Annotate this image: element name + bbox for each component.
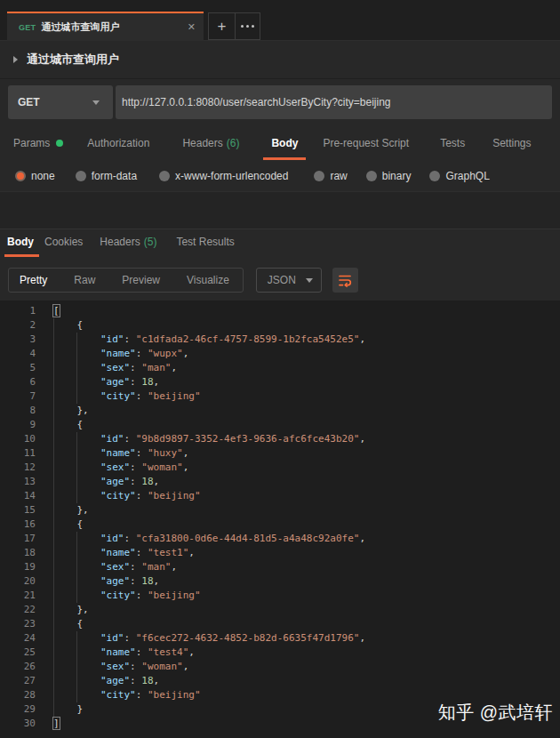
view-mode-raw[interactable]: Raw — [60, 269, 108, 292]
line-number: 9 — [0, 418, 36, 432]
code-line: 20 "age": 18, — [0, 574, 560, 589]
line-number: 15 — [0, 503, 36, 517]
request-tabs: ParamsAuthorizationHeaders(6)BodyPre-req… — [0, 125, 560, 160]
language-select[interactable]: JSON — [256, 268, 322, 293]
request-tab-body[interactable]: Body — [271, 125, 298, 160]
view-mode-visualize[interactable]: Visualize — [173, 269, 243, 292]
language-value: JSON — [268, 274, 306, 286]
wrap-text-button[interactable] — [332, 268, 358, 293]
code-line: 18 "name": "test1", — [0, 546, 560, 560]
count-badge: (5) — [144, 236, 157, 248]
indent-guide — [76, 432, 77, 503]
request-tab-authorization[interactable]: Authorization — [87, 125, 149, 160]
body-mode-none[interactable]: none — [15, 170, 55, 182]
url-bar: GET http://127.0.0.1:8080/user/searchUse… — [0, 79, 560, 125]
body-mode-x-www-form-urlencoded[interactable]: x-www-form-urlencoded — [159, 170, 288, 182]
plus-icon: + — [218, 18, 227, 36]
code-line: 17 "id": "cfa31800-0d6e-44d4-81d5-a4a48c… — [0, 532, 560, 546]
response-tab-test-results[interactable]: Test Results — [176, 236, 234, 254]
code-line: 19 "sex": "man", — [0, 560, 560, 574]
request-tab-settings[interactable]: Settings — [492, 125, 531, 160]
line-number: 26 — [0, 660, 36, 674]
line-number: 19 — [0, 560, 36, 574]
code-line: 12 "sex": "woman", — [0, 461, 560, 475]
indent-guide — [76, 333, 77, 404]
body-mode-options: noneform-datax-www-form-urlencodedrawbin… — [0, 160, 560, 191]
line-number: 4 — [0, 347, 36, 361]
line-number: 14 — [0, 489, 36, 503]
code-line: 4 "name": "wupx", — [0, 347, 560, 361]
line-number: 22 — [0, 603, 36, 617]
method-select[interactable]: GET — [8, 85, 113, 119]
line-number: 5 — [0, 361, 36, 375]
new-tab-button[interactable]: + — [208, 12, 236, 40]
code-line: 1[ — [0, 304, 560, 318]
request-header: 通过城市查询用户 — [0, 41, 560, 79]
request-body-empty — [0, 191, 560, 229]
request-tab-pre-request-script[interactable]: Pre-request Script — [323, 125, 409, 160]
request-tab-params[interactable]: Params — [13, 125, 63, 160]
line-number: 28 — [0, 688, 36, 702]
line-number: 8 — [0, 404, 36, 418]
tab-bar: GET 通过城市查询用户 ✕ + — [0, 0, 560, 41]
radio-icon — [314, 171, 324, 181]
radio-icon — [76, 171, 86, 181]
line-number: 2 — [0, 318, 36, 333]
line-number: 20 — [0, 574, 36, 589]
line-number: 25 — [0, 646, 36, 660]
view-mode-pretty[interactable]: Pretty — [9, 269, 60, 292]
radio-icon — [366, 171, 377, 181]
body-mode-form-data[interactable]: form-data — [76, 170, 137, 182]
line-number: 13 — [0, 475, 36, 489]
line-number: 30 — [0, 717, 36, 731]
indent-guide — [76, 631, 77, 702]
tab-method-label: GET — [19, 23, 36, 32]
code-line: 14 "city": "beijing" — [0, 489, 560, 503]
green-dot-icon — [56, 140, 63, 147]
code-line: 23 { — [0, 617, 560, 631]
indent-guide — [76, 532, 77, 603]
code-line: 11 "name": "huxy", — [0, 446, 560, 461]
collapse-arrow-icon[interactable] — [13, 56, 18, 63]
line-number: 7 — [0, 389, 36, 404]
chevron-down-icon — [92, 100, 100, 105]
request-tab-headers[interactable]: Headers(6) — [182, 125, 239, 160]
line-number: 16 — [0, 517, 36, 532]
view-mode-preview[interactable]: Preview — [108, 269, 173, 292]
code-line: 27 "age": 18, — [0, 674, 560, 688]
request-tab[interactable]: GET 通过城市查询用户 ✕ — [7, 12, 204, 41]
code-line: 9 { — [0, 418, 560, 432]
response-tabs: BodyCookiesHeaders(5)Test Results — [0, 229, 560, 260]
url-input[interactable]: http://127.0.0.1:8080/user/searchUserByC… — [116, 85, 552, 119]
line-number: 11 — [0, 446, 36, 461]
close-tab-icon[interactable]: ✕ — [188, 22, 196, 32]
indent-guide — [53, 318, 54, 717]
line-number: 1 — [0, 304, 36, 318]
line-number: 24 — [0, 631, 36, 646]
code-line: 10 "id": "9b8d9897-3352-4ef3-9636-afc6fc… — [0, 432, 560, 446]
response-tab-cookies[interactable]: Cookies — [44, 236, 83, 254]
line-number: 29 — [0, 702, 36, 717]
body-mode-graphql[interactable]: GraphQL — [429, 170, 489, 182]
body-mode-raw[interactable]: raw — [314, 170, 347, 182]
watermark: 知乎 @武培轩 — [438, 701, 553, 725]
line-number: 12 — [0, 461, 36, 475]
code-line: 25 "name": "test4", — [0, 646, 560, 660]
body-mode-binary[interactable]: binary — [366, 170, 412, 182]
line-number: 18 — [0, 546, 36, 560]
method-value: GET — [18, 96, 92, 108]
response-tab-headers[interactable]: Headers(5) — [100, 236, 156, 254]
code-line: 7 "city": "beijing" — [0, 389, 560, 404]
response-tab-body[interactable]: Body — [7, 236, 34, 254]
code-line: 24 "id": "f6cec272-4632-4852-b82d-6635f4… — [0, 631, 560, 646]
response-body-editor[interactable]: 1[2 {3 "id": "c1dfada2-46cf-4757-8599-1b… — [0, 301, 560, 738]
request-tab-tests[interactable]: Tests — [440, 125, 465, 160]
radio-icon — [429, 171, 440, 181]
tab-options-button[interactable] — [235, 12, 260, 40]
radio-icon — [159, 171, 170, 181]
line-number: 27 — [0, 674, 36, 688]
response-toolbar: PrettyRawPreviewVisualize JSON — [0, 260, 560, 301]
line-number: 6 — [0, 375, 36, 389]
code-line: 21 "city": "beijing" — [0, 589, 560, 603]
line-number: 21 — [0, 589, 36, 603]
